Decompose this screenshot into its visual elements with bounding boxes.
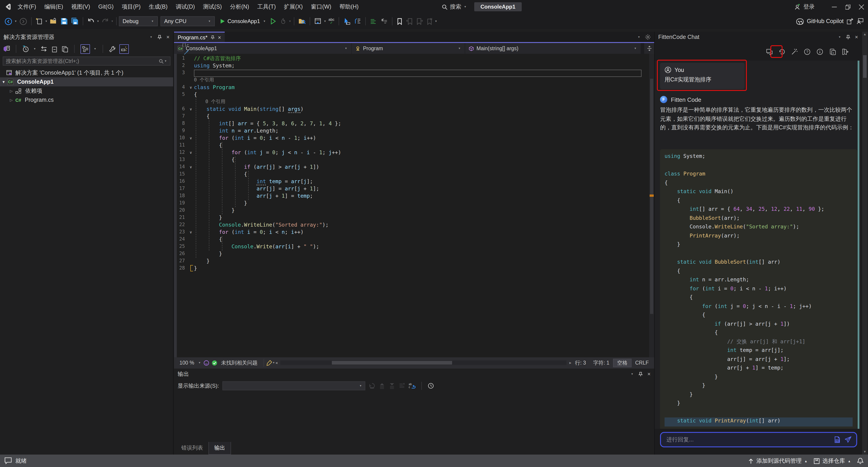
chevron-down-icon[interactable]: ▾ — [839, 35, 840, 39]
window-settings-icon[interactable] — [645, 34, 651, 39]
navigate-indent-button[interactable] — [352, 16, 362, 27]
menu-item[interactable]: 文件(F) — [13, 0, 40, 13]
tree-row-program-cs[interactable]: ▷ C# Program.cs — [0, 95, 173, 105]
notifications-bell-icon[interactable] — [857, 458, 864, 464]
menu-item[interactable]: 分析(N) — [226, 0, 253, 13]
menu-item[interactable]: 工具(T) — [253, 0, 280, 13]
codelens-row[interactable]: 0 个引用 — [174, 98, 649, 106]
code-line[interactable]: 13 { — [174, 156, 649, 164]
code-area[interactable]: 1// C#语言冒泡排序2using System;30 个引用4∨class … — [174, 55, 649, 272]
navigate-back-button[interactable] — [3, 16, 13, 27]
menu-item[interactable]: 项目(P) — [118, 0, 145, 13]
tree-row-solution[interactable]: 解决方案 'ConsoleApp1' (1 个项目, 共 1 个) — [0, 68, 173, 77]
code-line[interactable]: 6∨ static void Main(string[] args) — [174, 106, 649, 113]
restore-button[interactable] — [841, 0, 855, 13]
save-button[interactable] — [59, 16, 69, 27]
code-cleanup-pen-icon[interactable] — [266, 360, 272, 366]
code-line[interactable]: 16 int temp = arr[j]; — [174, 178, 649, 185]
scroll-up-arrow-icon[interactable]: ▲ — [862, 32, 868, 37]
editor-vertical-scrollbar[interactable] — [649, 54, 654, 358]
chat-messages-area[interactable]: You 用C#实现冒泡排序 F Fitten Code 冒泡排序是一种简单的排序… — [655, 61, 861, 429]
code-line[interactable]: 9 int n = arr.Length; — [174, 127, 649, 135]
tab-output[interactable]: 输出 — [209, 442, 231, 455]
close-button[interactable] — [855, 0, 868, 13]
chevron-down-icon[interactable]: ▾ — [112, 20, 113, 23]
add-to-source-control-button[interactable]: 添加到源代码管理▲ — [748, 457, 807, 465]
code-line[interactable]: 23∨ for (int i = 0; i < n; i++) — [174, 229, 649, 236]
using-adornment-icon[interactable]: { }↗ — [182, 42, 189, 47]
open-file-button[interactable] — [49, 16, 58, 27]
undo-button[interactable] — [86, 16, 96, 27]
scrollbar-thumb[interactable] — [863, 55, 867, 78]
toggle-bookmark-button[interactable] — [395, 16, 404, 27]
chevron-down-icon[interactable]: ▾ — [97, 20, 99, 23]
chevron-down-icon[interactable]: ▾ — [15, 20, 17, 23]
selection-mode-button[interactable] — [342, 16, 351, 27]
code-line[interactable]: 12∨ for (int j = 0; j < n - i - 1; j++) — [174, 149, 649, 156]
share-icon[interactable] — [847, 18, 854, 24]
clear-all-icon[interactable] — [399, 383, 405, 389]
chat-reply-input[interactable] — [665, 436, 831, 443]
attach-image-icon[interactable] — [834, 436, 841, 443]
menu-item[interactable]: 调试(D) — [172, 0, 199, 13]
pin-icon[interactable] — [638, 372, 643, 377]
code-line[interactable]: 18 arr[j + 1] = temp; — [174, 193, 649, 200]
send-feedback-smiley-icon[interactable] — [204, 360, 209, 366]
spell-check-button[interactable]: abc✓ — [327, 16, 336, 27]
close-icon[interactable]: × — [855, 34, 858, 40]
code-line[interactable]: 14∨ if (arr[j] > arr[j + 1]) — [174, 164, 649, 171]
hot-reload-button[interactable] — [278, 16, 288, 27]
start-without-debug-button[interactable] — [268, 16, 277, 27]
tree-row-dependencies[interactable]: ▷ 依赖项 — [0, 86, 173, 95]
save-all-button[interactable] — [70, 16, 80, 27]
editor-horizontal-scrollbar[interactable] — [280, 360, 566, 365]
select-repository-button[interactable]: 选择仓库▲ — [814, 457, 851, 465]
column-indicator[interactable]: 字符: 1 — [590, 359, 613, 366]
eol-indicator[interactable]: CRLF — [631, 360, 652, 366]
chevron-down-icon[interactable]: ▾ — [289, 20, 291, 23]
sign-in-button[interactable]: 登录 — [803, 3, 815, 11]
zoom-dropdown[interactable]: 100 % — [176, 360, 198, 366]
breadcrumb-project-dropdown[interactable]: C# ConsoleApp1▾ — [174, 43, 351, 54]
redo-button[interactable] — [100, 16, 110, 27]
code-line[interactable]: 26 } — [174, 251, 649, 258]
chevron-down-icon[interactable]: ▾ — [631, 372, 633, 376]
code-line[interactable]: 15 { — [174, 171, 649, 178]
chat-outer-scrollbar[interactable]: ▲ ▼ — [862, 32, 868, 455]
quick-actions-screwdriver-icon[interactable] — [184, 50, 189, 55]
clear-bookmarks-button[interactable] — [425, 16, 434, 27]
close-icon[interactable]: × — [166, 34, 169, 40]
undo-line-changes-button[interactable] — [379, 16, 389, 27]
send-icon[interactable] — [844, 436, 852, 443]
scroll-left-arrow-icon[interactable]: ◂ — [275, 360, 277, 365]
code-line[interactable]: 24 { — [174, 236, 649, 243]
info-icon[interactable] — [816, 48, 823, 55]
code-line[interactable]: 4∨class Program — [174, 84, 649, 91]
collapsed-arrow-icon[interactable]: ▷ — [0, 89, 16, 93]
scrollbar-thumb[interactable] — [332, 361, 452, 364]
start-debug-button[interactable]: ConsoleApp1 ▾ — [219, 16, 268, 27]
solution-search-input[interactable]: 搜索解决方案资源管理器(Ctrl+;) ▾ — [3, 57, 170, 66]
chevron-down-icon[interactable]: ▾ — [199, 361, 200, 364]
preview-selected-items-toggle[interactable] — [119, 44, 129, 54]
split-window-button[interactable] — [644, 43, 654, 54]
code-line[interactable]: 17 arr[j] = arr[j + 1]; — [174, 185, 649, 193]
menu-item[interactable]: 扩展(X) — [280, 0, 307, 13]
previous-message-icon[interactable] — [379, 383, 385, 389]
menu-item[interactable]: 帮助(H) — [336, 0, 363, 13]
pin-icon[interactable] — [157, 35, 162, 39]
close-icon[interactable]: × — [647, 371, 651, 377]
menu-item[interactable]: 窗口(W) — [307, 0, 335, 13]
tab-error-list[interactable]: 错误列表 — [176, 442, 209, 454]
expanded-arrow-icon[interactable]: ▼ — [0, 80, 7, 84]
scroll-down-arrow-icon[interactable]: ▼ — [862, 449, 868, 455]
switch-views-icon[interactable] — [3, 45, 10, 53]
code-line[interactable]: 25 Console.Write(arr[i] + " "); — [174, 243, 649, 251]
chevron-down-icon[interactable]: ▾ — [324, 20, 326, 23]
chevron-down-icon[interactable]: ▾ — [435, 20, 437, 23]
properties-wrench-icon[interactable] — [109, 46, 116, 52]
tab-program-cs[interactable]: Program.cs* × — [174, 32, 225, 42]
collapse-all-icon[interactable] — [51, 46, 58, 52]
code-line[interactable]: 8 int[] arr = { 5, 3, 8, 6, 2, 7, 1, 4 }… — [174, 120, 649, 127]
code-line[interactable]: 27 } — [174, 258, 649, 265]
